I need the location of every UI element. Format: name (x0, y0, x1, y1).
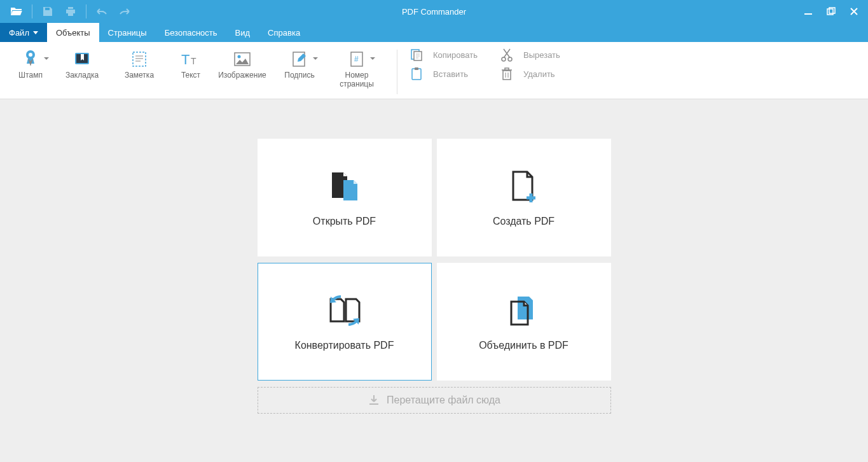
paste-icon (409, 66, 424, 81)
workspace: Открыть PDF Создать PDF Конвертировать P… (0, 99, 868, 414)
delete-icon (499, 66, 514, 81)
text-label: Текст (181, 71, 200, 80)
ribbon-group-objects: Штамп Закладка Заметка TT Текст Изображе… (8, 46, 385, 93)
create-pdf-label: Создать PDF (493, 216, 555, 227)
delete-button[interactable]: Удалить (523, 69, 581, 79)
separator (86, 4, 86, 18)
page-number-icon: # (347, 50, 366, 69)
save-icon (42, 6, 53, 17)
page-number-label: Номер страницы (340, 71, 374, 89)
menu-security-label: Безопасность (165, 28, 217, 38)
titlebar: PDF Commander (0, 0, 868, 23)
bookmark-icon (72, 50, 92, 69)
convert-pdf-label: Конвертировать PDF (295, 340, 394, 351)
image-button[interactable]: Изображение (214, 46, 271, 93)
image-label: Изображение (218, 71, 266, 80)
convert-pdf-card[interactable]: Конвертировать PDF (258, 263, 432, 381)
paste-button[interactable]: Вставить (433, 69, 490, 79)
menu-security[interactable]: Безопасность (156, 23, 226, 42)
menu-pages-label: Страницы (108, 28, 147, 38)
svg-text:T: T (181, 52, 189, 67)
close-button[interactable] (843, 0, 865, 23)
dropzone-label: Перетащите файл сюда (387, 395, 500, 406)
bookmark-label: Закладка (65, 71, 99, 80)
open-pdf-card[interactable]: Открыть PDF (258, 139, 432, 256)
menu-view[interactable]: Вид (226, 23, 259, 42)
chevron-down-icon (33, 31, 38, 34)
menu-pages[interactable]: Страницы (99, 23, 156, 42)
svg-point-4 (29, 53, 32, 57)
text-icon: TT (181, 50, 200, 69)
note-label: Заметка (125, 71, 154, 80)
merge-pdf-card[interactable]: Объединить в PDF (437, 263, 611, 381)
text-button[interactable]: TT Текст (168, 46, 214, 93)
save-button[interactable] (36, 0, 59, 23)
redo-button[interactable] (113, 0, 136, 23)
open-file-button[interactable] (5, 0, 28, 23)
app-title: PDF Commander (402, 7, 466, 17)
svg-rect-25 (412, 69, 421, 80)
ribbon-group-edit: Копировать Вырезать Вставить Удалить (409, 46, 581, 81)
signature-label: Подпись (284, 71, 315, 80)
cut-icon (499, 47, 514, 62)
open-pdf-label: Открыть PDF (313, 216, 376, 227)
page-number-button[interactable]: # Номер страницы (328, 46, 385, 93)
window-controls (797, 0, 868, 23)
menu-objects-label: Объекты (56, 28, 90, 38)
create-pdf-icon (506, 169, 542, 204)
redo-icon (118, 7, 131, 16)
menu-file-label: Файл (9, 28, 29, 38)
svg-rect-7 (133, 52, 146, 66)
ribbon-separator (397, 50, 397, 94)
merge-pdf-icon (506, 293, 542, 328)
convert-pdf-icon (327, 293, 362, 328)
menubar: Файл Объекты Страницы Безопасность Вид С… (0, 23, 868, 42)
copy-button[interactable]: Копировать (433, 50, 490, 60)
signature-button[interactable]: Подпись (271, 46, 328, 93)
undo-button[interactable] (90, 0, 113, 23)
close-icon (850, 7, 858, 16)
maximize-icon (827, 7, 836, 16)
stamp-button[interactable]: Штамп (8, 46, 53, 93)
note-button[interactable]: Заметка (111, 46, 168, 93)
dropzone[interactable]: Перетащите файл сюда (258, 387, 611, 414)
ribbon: Штамп Закладка Заметка TT Текст Изображе… (0, 42, 868, 99)
svg-rect-27 (503, 71, 511, 80)
separator (32, 4, 32, 18)
merge-pdf-label: Объединить в PDF (479, 340, 568, 351)
svg-rect-29 (505, 68, 509, 70)
create-pdf-card[interactable]: Создать PDF (437, 139, 611, 256)
download-icon (368, 394, 380, 407)
titlebar-left (0, 0, 136, 23)
svg-text:T: T (191, 56, 196, 66)
stamp-label: Штамп (18, 71, 43, 80)
bookmark-button[interactable]: Закладка (53, 46, 111, 93)
menu-view-label: Вид (235, 28, 251, 38)
cut-button[interactable]: Вырезать (523, 50, 581, 60)
svg-point-14 (238, 55, 241, 59)
menu-objects[interactable]: Объекты (47, 23, 99, 42)
open-pdf-icon (327, 169, 362, 204)
folder-open-icon (10, 6, 23, 17)
menu-help-label: Справка (268, 28, 300, 38)
menu-file[interactable]: Файл (0, 23, 47, 42)
signature-icon (290, 50, 309, 69)
menu-help[interactable]: Справка (259, 23, 309, 42)
svg-rect-26 (415, 67, 418, 70)
copy-icon (409, 47, 424, 62)
stamp-icon (21, 50, 40, 69)
print-button[interactable] (59, 0, 82, 23)
maximize-button[interactable] (820, 0, 843, 23)
note-icon (130, 50, 149, 69)
print-icon (65, 6, 76, 17)
action-cards: Открыть PDF Создать PDF Конвертировать P… (258, 139, 611, 414)
minimize-icon (804, 7, 813, 16)
svg-rect-0 (804, 13, 812, 15)
image-icon (233, 50, 252, 69)
minimize-button[interactable] (797, 0, 820, 23)
svg-text:#: # (354, 55, 359, 64)
undo-icon (95, 7, 108, 16)
